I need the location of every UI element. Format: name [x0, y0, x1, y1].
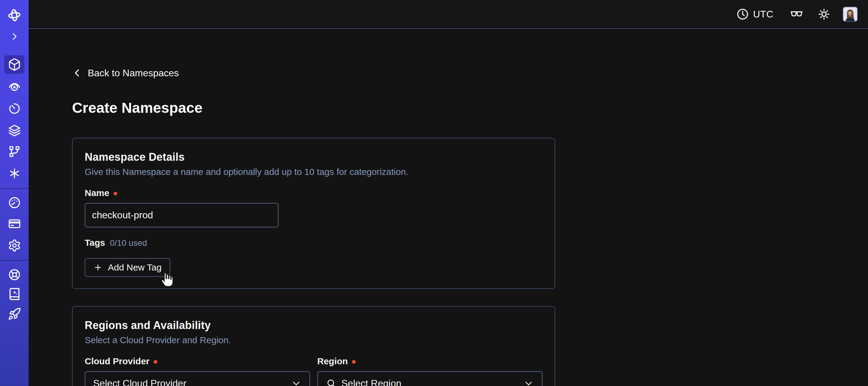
- branch-icon: [8, 145, 21, 158]
- region-label: Region: [317, 356, 543, 367]
- sun-icon: [817, 7, 831, 21]
- timezone-label: UTC: [753, 9, 773, 20]
- gauge-icon: [8, 196, 21, 209]
- timezone-selector[interactable]: UTC: [736, 8, 773, 21]
- sidebar-item-asterisk[interactable]: [0, 164, 29, 183]
- rocket-icon: [8, 307, 21, 321]
- glasses-icon: [789, 7, 804, 21]
- name-label-text: Name: [85, 187, 110, 199]
- spiral-eye-icon: [8, 80, 21, 93]
- topbar: UTC: [29, 0, 868, 29]
- regions-card-heading: Regions and Availability: [85, 319, 542, 332]
- region-label-text: Region: [317, 356, 348, 367]
- temporal-logo-icon: [7, 8, 22, 22]
- layers-icon: [8, 124, 21, 137]
- create-namespace-page: { "topbar": { "timezone_label": "UTC", "…: [0, 0, 868, 386]
- user-avatar[interactable]: [843, 7, 858, 22]
- sidebar-item-spiral[interactable]: [0, 77, 29, 96]
- back-to-namespaces-link[interactable]: Back to Namespaces: [72, 65, 179, 81]
- regions-card: Regions and Availability Select a Cloud …: [72, 306, 555, 386]
- main-content: Back to Namespaces Create Namespace Name…: [29, 30, 868, 386]
- required-dot: [114, 192, 117, 196]
- sidebar-item-branch[interactable]: [0, 142, 29, 161]
- required-dot: [352, 360, 355, 364]
- provider-region-grid: Cloud Provider Select Cloud Provider Reg…: [85, 346, 542, 386]
- sidebar: [0, 0, 29, 386]
- details-card-heading: Namespace Details: [85, 150, 542, 164]
- search-icon: [326, 378, 337, 386]
- sidebar-item-layers[interactable]: [0, 121, 29, 140]
- cloud-provider-field: Cloud Provider Select Cloud Provider: [85, 346, 310, 386]
- tags-row: Tags 0/10 used: [85, 237, 542, 248]
- sidebar-item-timer[interactable]: [0, 99, 29, 118]
- cloud-provider-placeholder: Select Cloud Provider: [93, 378, 186, 386]
- add-new-tag-button[interactable]: Add New Tag: [85, 258, 170, 277]
- chevron-right-icon: [10, 32, 19, 41]
- sidebar-item-getting-started[interactable]: [0, 304, 29, 324]
- clock-icon: [736, 8, 749, 21]
- cloud-provider-select[interactable]: Select Cloud Provider: [85, 371, 310, 386]
- gear-icon: [8, 239, 21, 252]
- sidebar-divider: [0, 260, 29, 261]
- name-field-label: Name: [85, 187, 542, 199]
- sidebar-item-docs[interactable]: [0, 285, 29, 304]
- namespace-details-card: Namespace Details Give this Namespace a …: [72, 138, 555, 289]
- avatar-photo: [843, 7, 857, 21]
- sidebar-item-support[interactable]: [0, 265, 29, 285]
- chevron-left-icon: [72, 68, 82, 78]
- life-ring-icon: [8, 268, 21, 281]
- region-placeholder: Select Region: [341, 378, 401, 386]
- sidebar-divider: [0, 188, 29, 189]
- cloud-provider-label-text: Cloud Provider: [85, 356, 150, 367]
- labs-toggle-button[interactable]: [789, 7, 804, 21]
- sidebar-item-namespaces[interactable]: [0, 55, 29, 74]
- sidebar-expand-button[interactable]: [0, 27, 29, 46]
- sidebar-item-settings[interactable]: [0, 236, 29, 255]
- cube-icon: [8, 58, 21, 71]
- namespace-name-input[interactable]: [85, 203, 278, 227]
- sidebar-logo[interactable]: [0, 5, 29, 25]
- chevron-down-icon: [291, 378, 302, 386]
- book-sparkle-icon: [8, 287, 21, 301]
- sidebar-item-billing[interactable]: [0, 214, 29, 233]
- theme-toggle-button[interactable]: [817, 7, 831, 21]
- sidebar-item-usage[interactable]: [0, 193, 29, 212]
- credit-card-icon: [8, 217, 21, 230]
- add-tag-label: Add New Tag: [108, 262, 161, 273]
- plus-icon: [93, 263, 102, 272]
- back-link-label: Back to Namespaces: [88, 67, 179, 79]
- details-card-description: Give this Namespace a name and optionall…: [85, 166, 542, 178]
- region-select[interactable]: Select Region: [317, 371, 543, 386]
- regions-card-description: Select a Cloud Provider and Region.: [85, 334, 542, 346]
- region-field: Region Select Region: [317, 346, 543, 386]
- chevron-down-icon: [523, 378, 534, 386]
- cloud-provider-label: Cloud Provider: [85, 356, 310, 367]
- asterisk-icon: [8, 167, 21, 180]
- page-title: Create Namespace: [72, 99, 868, 117]
- tags-counter: 0/10 used: [110, 238, 147, 248]
- required-dot: [154, 360, 157, 364]
- timer-icon: [8, 102, 21, 115]
- tags-label: Tags: [85, 237, 105, 248]
